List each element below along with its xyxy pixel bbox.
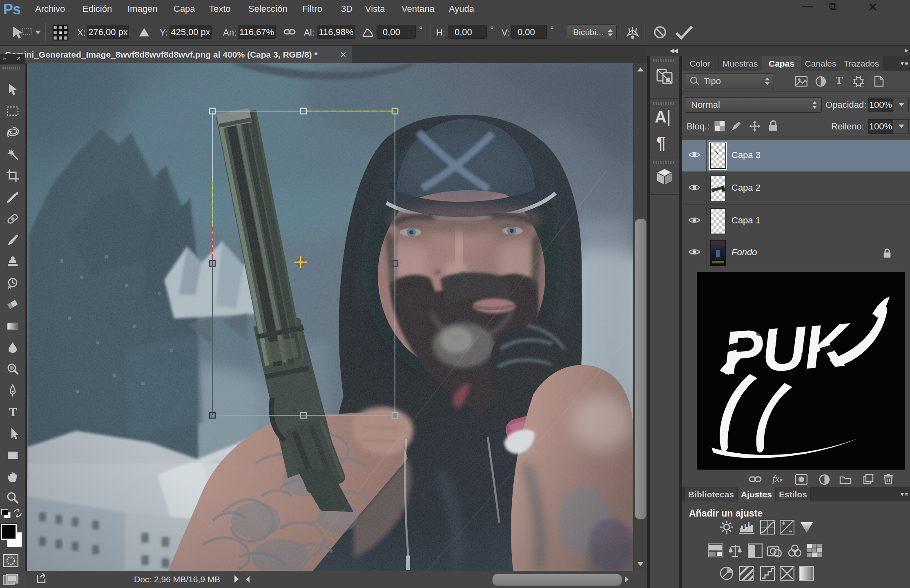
svg-text:T: T — [9, 405, 17, 419]
